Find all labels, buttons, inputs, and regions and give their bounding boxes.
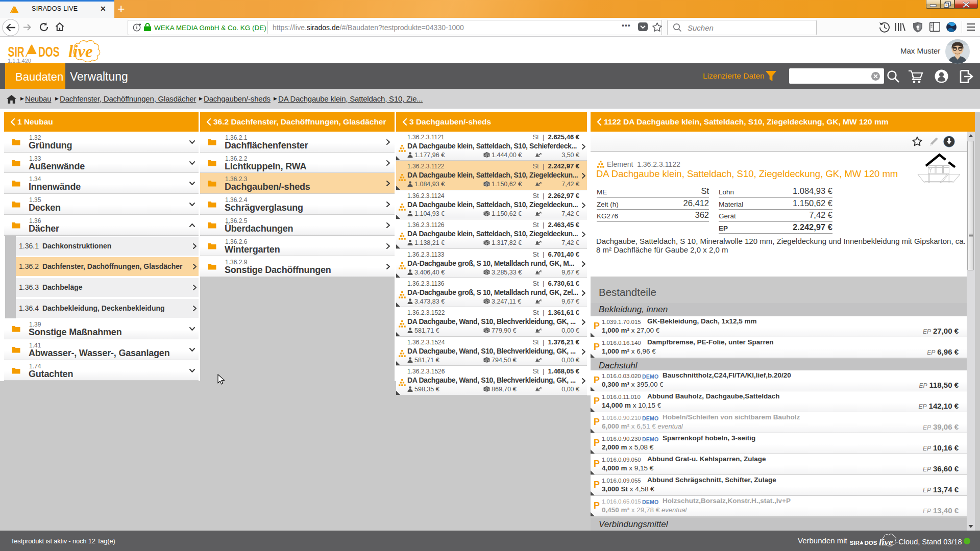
- svg-text:DOS: DOS: [865, 540, 877, 546]
- svg-text:DOS: DOS: [38, 44, 60, 60]
- svg-text:live: live: [879, 537, 893, 547]
- svg-text:SIR: SIR: [850, 540, 860, 546]
- svg-text:live: live: [68, 42, 93, 61]
- svg-text:-Cloud, Stand 03/18: -Cloud, Stand 03/18: [896, 538, 962, 546]
- svg-text:SIR: SIR: [8, 44, 24, 60]
